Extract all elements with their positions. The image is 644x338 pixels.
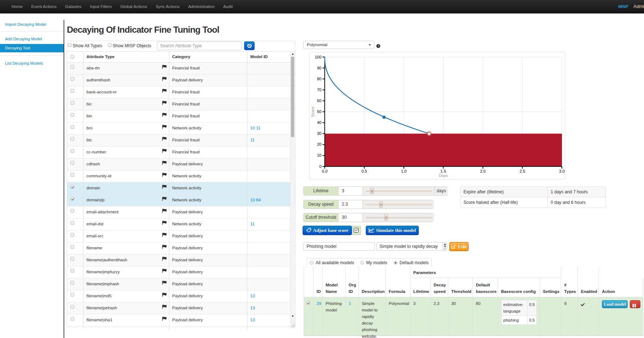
- svg-text:0.0: 0.0: [322, 169, 327, 173]
- svg-text:70: 70: [317, 88, 321, 92]
- svg-text:30: 30: [317, 131, 321, 136]
- svg-text:?: ?: [377, 44, 379, 48]
- svg-text:3.0: 3.0: [559, 169, 564, 173]
- svg-text:1.0: 1.0: [401, 169, 406, 173]
- svg-text:50: 50: [317, 109, 321, 114]
- svg-text:Score: Score: [311, 106, 315, 117]
- svg-text:1.5: 1.5: [441, 169, 446, 173]
- svg-text:10: 10: [317, 153, 321, 157]
- svg-text:40: 40: [317, 120, 321, 125]
- svg-text:2.5: 2.5: [520, 169, 525, 173]
- svg-text:90: 90: [317, 66, 321, 70]
- svg-text:20: 20: [317, 142, 321, 146]
- svg-text:60: 60: [317, 98, 321, 103]
- svg-text:100: 100: [315, 55, 321, 59]
- svg-text:0.5: 0.5: [361, 169, 367, 173]
- svg-text:2.0: 2.0: [480, 169, 486, 173]
- svg-text:80: 80: [317, 77, 321, 81]
- svg-text:0: 0: [319, 164, 321, 169]
- svg-text:Days: Days: [439, 173, 448, 178]
